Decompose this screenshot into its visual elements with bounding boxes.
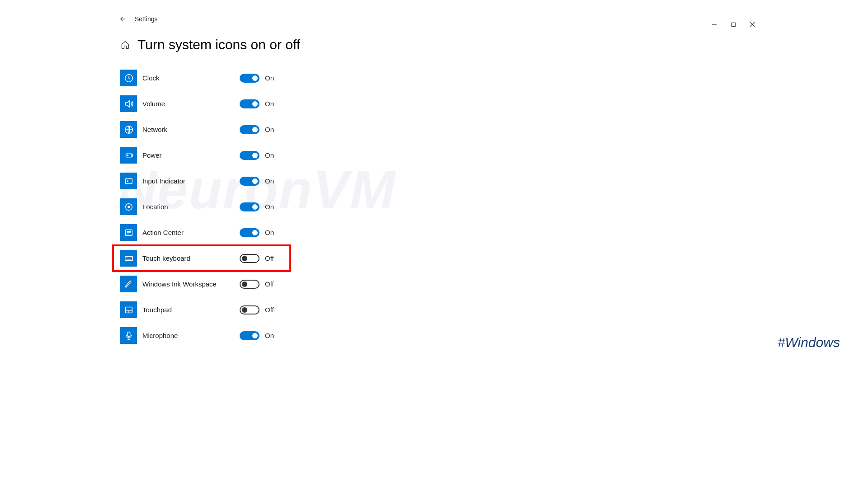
toggle-action-center[interactable] [240, 228, 259, 237]
toggle-windows-ink-workspace[interactable] [240, 280, 259, 289]
svg-point-21 [130, 257, 130, 258]
svg-point-18 [126, 257, 127, 258]
toggle-knob [252, 153, 258, 158]
toggle-state-label: Off [265, 280, 274, 288]
back-button[interactable] [118, 14, 128, 24]
svg-point-20 [128, 257, 129, 258]
input-icon [120, 173, 137, 189]
setting-label: Action Center [142, 229, 240, 236]
network-icon [120, 121, 137, 138]
toggle-state-label: On [265, 203, 274, 211]
setting-label: Volume [142, 100, 240, 108]
setting-label: Windows Ink Workspace [142, 280, 240, 288]
setting-row-windows-ink-workspace: Windows Ink WorkspaceOff [120, 271, 868, 297]
volume-icon [120, 95, 137, 112]
maximize-button[interactable] [729, 20, 738, 29]
toggle-touch-keyboard[interactable] [240, 254, 259, 263]
action-icon [120, 224, 137, 241]
toggle-state-label: On [265, 100, 274, 108]
close-button[interactable] [748, 20, 757, 29]
setting-label: Clock [142, 74, 240, 82]
svg-point-10 [127, 180, 128, 182]
toggle-microphone[interactable] [240, 331, 259, 340]
setting-row-touch-keyboard: Touch keyboardOff [113, 245, 290, 271]
close-icon [750, 22, 755, 27]
toggle-clock[interactable] [240, 74, 259, 83]
toggle-knob [252, 178, 258, 184]
setting-row-action-center: Action CenterOn [120, 220, 868, 245]
toggle-knob [252, 204, 258, 210]
toggle-state-label: Off [265, 254, 274, 262]
hashtag: #Windows [778, 335, 840, 350]
toggle-location[interactable] [240, 202, 259, 211]
setting-label: Power [142, 151, 240, 159]
settings-list: ClockOnVolumeOnNetworkOnPowerOnInput Ind… [0, 65, 868, 348]
ink-icon [120, 276, 137, 292]
power-icon [120, 147, 137, 164]
setting-row-location: LocationOn [120, 194, 868, 220]
toggle-power[interactable] [240, 151, 259, 160]
setting-label: Input Indicator [142, 177, 240, 185]
setting-label: Touchpad [142, 306, 240, 314]
page-title: Turn system icons on or off [137, 37, 300, 52]
minimize-button[interactable] [710, 20, 719, 29]
setting-row-power: PowerOn [120, 142, 868, 168]
setting-row-volume: VolumeOn [120, 91, 868, 117]
setting-label: Network [142, 126, 240, 133]
touchpad-icon [120, 301, 137, 318]
svg-rect-8 [127, 155, 128, 156]
toggle-knob [242, 256, 247, 261]
app-title: Settings [135, 15, 158, 23]
setting-row-clock: ClockOn [120, 65, 868, 91]
toggle-knob [252, 230, 258, 235]
toggle-state-label: On [265, 126, 274, 133]
page-header: Turn system icons on or off [0, 37, 868, 52]
toggle-network[interactable] [240, 125, 259, 134]
toggle-state-label: On [265, 151, 274, 159]
toggle-state-label: Off [265, 306, 274, 314]
home-icon [121, 40, 130, 49]
setting-label: Location [142, 203, 240, 211]
setting-row-microphone: MicrophoneOn [120, 323, 868, 348]
toggle-knob [252, 333, 258, 338]
toggle-state-label: On [265, 229, 274, 236]
toggle-touchpad[interactable] [240, 305, 259, 314]
maximize-icon [731, 22, 736, 27]
svg-point-19 [127, 257, 127, 258]
toggle-input-indicator[interactable] [240, 177, 259, 186]
svg-rect-17 [125, 256, 132, 260]
minimize-icon [712, 22, 717, 27]
toggle-state-label: On [265, 74, 274, 82]
setting-label: Microphone [142, 332, 240, 339]
toggle-knob [252, 127, 258, 132]
mic-icon [120, 327, 137, 344]
svg-rect-7 [132, 155, 132, 156]
toggle-state-label: On [265, 177, 274, 185]
toggle-knob [252, 75, 258, 81]
setting-row-touchpad: TouchpadOff [120, 297, 868, 323]
clock-icon [120, 70, 137, 86]
svg-point-12 [127, 206, 130, 208]
toggle-knob [242, 282, 247, 287]
svg-rect-9 [125, 178, 132, 183]
arrow-left-icon [119, 15, 127, 23]
setting-row-network: NetworkOn [120, 117, 868, 142]
window-controls [710, 20, 757, 29]
toggle-knob [252, 101, 258, 107]
svg-rect-1 [731, 23, 735, 26]
home-button[interactable] [119, 39, 131, 51]
setting-label: Touch keyboard [142, 254, 240, 262]
location-icon [120, 198, 137, 215]
toggle-knob [242, 307, 247, 313]
setting-row-input-indicator: Input IndicatorOn [120, 168, 868, 194]
toggle-volume[interactable] [240, 99, 259, 108]
keyboard-icon [120, 250, 137, 267]
toggle-state-label: On [265, 332, 274, 339]
svg-rect-26 [127, 332, 130, 336]
